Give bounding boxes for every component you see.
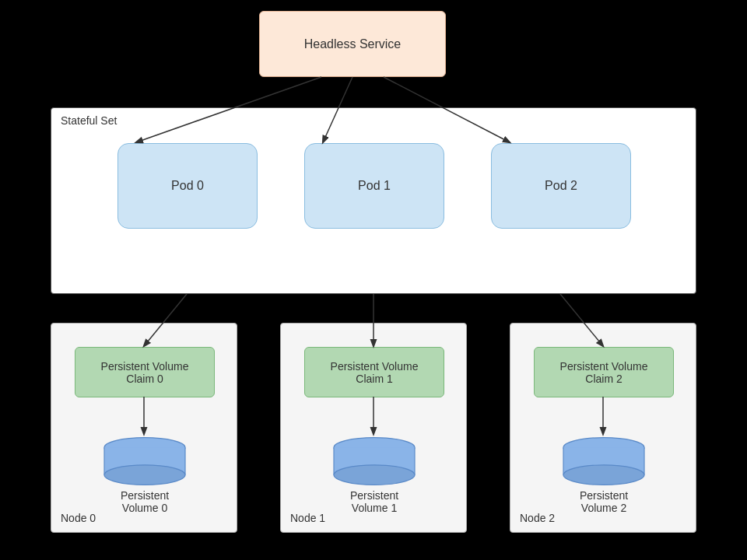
pod-2-label: Pod 2	[545, 179, 577, 193]
node-2-label: Node 2	[520, 512, 555, 524]
pv-0-label: PersistentVolume 0	[121, 489, 169, 514]
pv-0-container: PersistentVolume 0	[82, 436, 207, 514]
pod-0: Pod 0	[117, 143, 258, 229]
headless-service-box: Headless Service	[259, 11, 446, 77]
pod-0-label: Pod 0	[171, 179, 204, 193]
pv-1-container: PersistentVolume 1	[312, 436, 437, 514]
pv-0-cylinder-svg	[82, 436, 207, 486]
pod-1-label: Pod 1	[358, 179, 391, 193]
pvc-0-label: Persistent VolumeClaim 0	[101, 360, 189, 385]
svg-point-14	[563, 465, 644, 485]
svg-point-9	[334, 465, 415, 485]
pvc-0: Persistent VolumeClaim 0	[75, 347, 215, 397]
headless-service-label: Headless Service	[304, 37, 402, 51]
svg-point-4	[104, 465, 185, 485]
pvc-1: Persistent VolumeClaim 1	[304, 347, 444, 397]
stateful-set-container: Stateful Set Pod 0 Pod 1 Pod 2	[51, 107, 696, 294]
pvc-1-label: Persistent VolumeClaim 1	[331, 360, 419, 385]
node-1-box: Persistent VolumeClaim 1 PersistentVolum…	[280, 323, 467, 533]
stateful-set-label: Stateful Set	[61, 114, 117, 127]
pvc-2-label: Persistent VolumeClaim 2	[560, 360, 648, 385]
pv-1-cylinder-svg	[312, 436, 437, 486]
diagram: Headless Service Stateful Set Pod 0 Pod …	[0, 0, 747, 560]
pod-2: Pod 2	[491, 143, 631, 229]
pvc-2: Persistent VolumeClaim 2	[534, 347, 674, 397]
pv-1-label: PersistentVolume 1	[350, 489, 398, 514]
pv-2-container: PersistentVolume 2	[542, 436, 666, 514]
node-2-box: Persistent VolumeClaim 2 PersistentVolum…	[510, 323, 696, 533]
pv-2-label: PersistentVolume 2	[580, 489, 628, 514]
node-1-label: Node 1	[290, 512, 325, 524]
pod-1: Pod 1	[304, 143, 444, 229]
pv-2-cylinder-svg	[542, 436, 666, 486]
node-0-box: Persistent VolumeClaim 0 PersistentVolum…	[51, 323, 237, 533]
node-0-label: Node 0	[61, 512, 96, 524]
